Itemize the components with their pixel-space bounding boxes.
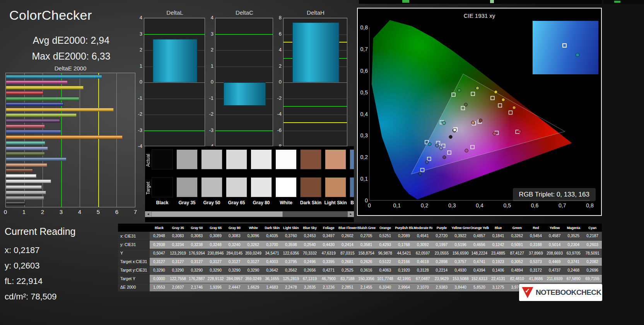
table-cell: 0,1920 xyxy=(395,266,413,274)
table-cell: 0,2187 xyxy=(583,232,602,240)
table-cell: 0,2082 xyxy=(583,257,602,266)
table-cell: 67,1319 xyxy=(301,274,319,283)
axis-tick-label: -1 xyxy=(206,96,214,101)
de2000-summary: Avg dE2000: 2,94 Max dE2000: 6,33 xyxy=(11,32,132,64)
swatch-target xyxy=(226,177,247,197)
table-cell: 0,5014 xyxy=(545,240,564,249)
axis-tick-label: 1 xyxy=(135,63,142,69)
table-cell: 0,3700 xyxy=(263,240,282,249)
table-row-label: y: CIE31 xyxy=(118,240,150,249)
table-cell: 0,4741 xyxy=(470,257,489,266)
table-cell: 41,8686 xyxy=(526,274,545,283)
table-header: Moderate Red xyxy=(413,224,432,232)
table-cell: 150,3356 xyxy=(357,274,376,283)
table-cell: 1,9396 xyxy=(206,283,225,291)
target-row-label: Target xyxy=(145,178,151,198)
axis-tick-label: 4 xyxy=(274,47,282,53)
table-cell: 359,0249 xyxy=(244,249,263,257)
notebookcheck-logo: ✓ NOTEBOOKCHECK xyxy=(519,284,602,301)
table-cell: 0,3757 xyxy=(451,257,470,266)
deltal-plot xyxy=(144,18,205,146)
measurement-table: BlackGray 35Gray 50Gray 65Gray 80WhiteDa… xyxy=(118,224,602,292)
swatch-target xyxy=(152,177,173,197)
axis-tick-label: 0 xyxy=(135,79,142,85)
axis-tick-label: -4 xyxy=(135,144,142,149)
table-cell: 87,4127 xyxy=(507,249,526,257)
table-cell: 0,2304 xyxy=(564,240,583,249)
delta-bar xyxy=(153,39,197,82)
table-cell: 0,5091 xyxy=(507,240,526,249)
table-cell: 0,3581 xyxy=(357,240,376,249)
table-cell: 0,1242 xyxy=(489,240,508,249)
axis-tick-label: 3 xyxy=(60,209,63,215)
axis-tick-label: 5 xyxy=(97,209,100,215)
table-header: Blue Sky xyxy=(301,224,319,232)
table-cell: 0,4469 xyxy=(545,257,564,266)
table-cell: 0,3760 xyxy=(282,232,301,240)
table-header: White xyxy=(244,224,263,232)
table-cell: 69,7155 xyxy=(583,274,602,283)
table-cell: 359,0249 xyxy=(244,274,263,283)
swatch-label: Gray 50 xyxy=(199,200,224,205)
deltae-bar xyxy=(6,113,77,117)
table-cell: 0,2948 xyxy=(150,232,169,240)
deltae-bar xyxy=(6,141,45,145)
deltae-bar xyxy=(6,91,43,95)
table-cell: 0,3127 xyxy=(244,257,263,266)
axis-tick-label: -2 xyxy=(206,111,214,117)
gridline xyxy=(144,82,205,83)
table-cell: 0,1406 xyxy=(489,266,508,274)
table-cell: 0,2696 xyxy=(583,266,602,274)
table-cell: 0,3240 xyxy=(225,240,244,249)
table-cell: 0,2938 xyxy=(150,240,169,249)
table-row: Target Y0,0000122,7558176,2887228,913228… xyxy=(118,274,602,283)
rgb-triplet-label: RGB Triplet: 0, 133, 163 xyxy=(513,188,596,201)
scroll-left-button[interactable]: ◄ xyxy=(145,211,151,217)
toolbar-fragment-right xyxy=(603,0,644,4)
table-cell: 1,0553 xyxy=(150,283,169,291)
table-cell: 0,3083 xyxy=(169,232,188,240)
table-cell: 0,3290 xyxy=(206,266,225,274)
table-cell: 176,9264 xyxy=(187,249,206,257)
table-cell: 0,2414 xyxy=(338,240,357,249)
gridline xyxy=(284,18,347,19)
axis-tick-label: -3 xyxy=(206,128,214,133)
table-cell: 0,4541 xyxy=(413,232,432,240)
table-cell: 0,3052 xyxy=(507,257,526,266)
axis-tick-label: 6 xyxy=(274,31,282,37)
table-header: Gray 65 xyxy=(206,224,225,232)
deltae-bar xyxy=(6,130,61,133)
table-row-label: Target Y xyxy=(118,274,150,283)
scroll-right-button[interactable]: ► xyxy=(348,211,354,217)
axis-tick-label: -1 xyxy=(135,96,142,101)
table-cell: 2,4447 xyxy=(225,283,244,291)
table-header: Blue Flower xyxy=(338,224,357,232)
deltae-bars xyxy=(6,73,135,207)
avg-de2000: Avg dE2000: 2,94 xyxy=(11,32,132,48)
deltac-plot xyxy=(215,18,273,146)
swatch-scrollbar[interactable]: ◄ ► xyxy=(145,211,354,217)
table-cell: 70,3332 xyxy=(301,249,319,257)
table-cell: 0,2656 xyxy=(301,266,319,274)
swatch-panel: Actual Target BlackGray 35Gray 50Gray 65… xyxy=(145,146,354,222)
table-cell: 67,5890 xyxy=(564,274,583,283)
table-header: Red xyxy=(526,224,545,232)
table-cell: 0,5047 xyxy=(150,249,169,257)
deltae-bar xyxy=(6,86,84,89)
table-cell: 0,3127 xyxy=(206,257,225,266)
table-cell: 0,4430 xyxy=(319,240,338,249)
swatch-actual xyxy=(300,149,321,169)
table-cell: 0,5122 xyxy=(376,257,395,266)
axis-tick-label: 1 xyxy=(22,209,26,215)
table-cell: 0,2681 xyxy=(338,257,357,266)
table-header: Light Skin xyxy=(282,224,301,232)
gridline xyxy=(144,115,205,115)
table-cell: 0,3127 xyxy=(169,257,188,266)
deltae-bar xyxy=(6,191,46,194)
table-cell: 3,8440 xyxy=(451,283,470,291)
deltac-chart: DeltaC 43210-1-2-3-4 xyxy=(206,9,274,156)
scrollbar-thumb[interactable] xyxy=(151,211,283,217)
table-cell: 0,2089 xyxy=(395,232,413,240)
cie-x-tick: 0,6 xyxy=(531,202,539,209)
table-cell: 2,2851 xyxy=(338,283,357,291)
